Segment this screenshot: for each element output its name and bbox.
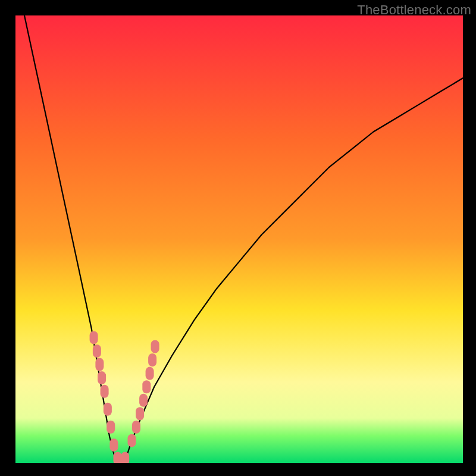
chart-stage: TheBottleneck.com [0, 0, 476, 476]
scatter-point [93, 345, 101, 358]
chart-svg [15, 15, 463, 463]
scatter-point [95, 358, 104, 371]
scatter-point [104, 403, 112, 416]
scatter-point [136, 407, 144, 420]
scatter-point [107, 421, 115, 434]
scatter-point [151, 340, 159, 353]
scatter-point [148, 353, 156, 367]
gradient-bg [15, 15, 463, 463]
scatter-point [132, 421, 140, 434]
chart-plot [15, 15, 463, 463]
scatter-point [109, 439, 118, 452]
watermark-text: TheBottleneck.com [357, 2, 471, 18]
scatter-point [98, 371, 106, 384]
scatter-point [142, 380, 151, 393]
scatter-point [146, 367, 154, 380]
scatter-point [90, 331, 98, 344]
scatter-point [101, 385, 109, 398]
scatter-point [121, 452, 129, 464]
scatter-point [128, 434, 136, 447]
scatter-point [139, 394, 148, 407]
